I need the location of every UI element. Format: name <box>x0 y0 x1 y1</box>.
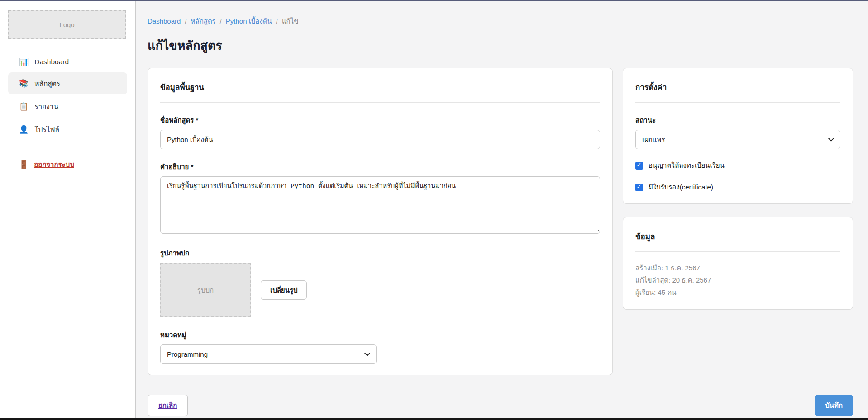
sidebar-divider <box>8 147 127 147</box>
door-icon: 🚪 <box>19 161 29 169</box>
description-textarea[interactable]: เรียนรู้พื้นฐานการเขียนโปรแกรมด้วยภาษา P… <box>160 176 600 234</box>
breadcrumb-link-dashboard[interactable]: Dashboard <box>148 17 181 25</box>
window-top-accent-bar <box>0 0 868 1</box>
sidebar-nav: 📊 Dashboard 📚 หลักสูตร 📋 รายงาน 👤 โปรไฟล… <box>0 52 135 141</box>
right-column: การตั้งค่า สถานะ เผยแพร่ อนุญาตให้ลงทะเบ… <box>623 68 853 310</box>
info-created: สร้างเมื่อ: 1 ธ.ค. 2567 <box>635 262 840 274</box>
enrollment-checkbox-row[interactable]: อนุญาตให้ลงทะเบียนเรียน <box>635 160 840 171</box>
cover-image-label: รูปภาพปก <box>160 248 600 259</box>
sidebar-item-label: รายงาน <box>34 101 58 112</box>
settings-card-title: การตั้งค่า <box>635 79 840 93</box>
logo-placeholder: Logo <box>8 10 126 39</box>
info-card-title: ข้อมูล <box>635 228 840 242</box>
basic-info-card-title: ข้อมูลพื้นฐาน <box>160 79 600 93</box>
sidebar-item-profile[interactable]: 👤 โปรไฟล์ <box>8 118 127 141</box>
clipboard-icon: 📋 <box>19 103 29 110</box>
sidebar-item-label: Dashboard <box>34 58 69 66</box>
logout-label: ออกจากระบบ <box>34 159 74 170</box>
category-label: หมวดหมู่ <box>160 330 600 340</box>
books-icon: 📚 <box>19 80 29 87</box>
info-learners: ผู้เรียน: 45 คน <box>635 286 840 298</box>
status-label: สถานะ <box>635 115 840 126</box>
cover-image-placeholder: รูปปก <box>160 263 251 317</box>
info-card: ข้อมูล สร้างเมื่อ: 1 ธ.ค. 2567 แก้ไขล่าส… <box>623 217 853 310</box>
settings-card: การตั้งค่า สถานะ เผยแพร่ อนุญาตให้ลงทะเบ… <box>623 68 853 204</box>
enrollment-checkbox[interactable] <box>635 162 643 170</box>
breadcrumb-current: แก้ไข <box>282 17 299 25</box>
breadcrumb-separator: / <box>276 17 278 25</box>
change-image-button[interactable]: เปลี่ยนรูป <box>261 280 307 300</box>
card-divider <box>635 102 840 103</box>
card-divider <box>635 251 840 252</box>
category-select[interactable]: Programming <box>160 344 377 364</box>
page-title: แก้ไขหลักสูตร <box>148 36 853 55</box>
status-select[interactable]: เผยแพร่ <box>635 130 840 149</box>
certificate-checkbox-label: มีใบรับรอง(certificate) <box>649 182 713 193</box>
logo-text: Logo <box>59 21 74 28</box>
bar-chart-icon: 📊 <box>19 58 29 66</box>
enrollment-checkbox-label: อนุญาตให้ลงทะเบียนเรียน <box>649 160 725 171</box>
save-button[interactable]: บันทึก <box>815 395 853 416</box>
sidebar-item-reports[interactable]: 📋 รายงาน <box>8 95 127 118</box>
sidebar-item-courses[interactable]: 📚 หลักสูตร <box>8 72 127 94</box>
breadcrumb-link-course[interactable]: Python เบื้องต้น <box>226 17 272 25</box>
description-label: คำอธิบาย * <box>160 161 600 172</box>
card-divider <box>160 102 600 103</box>
breadcrumb-separator: / <box>185 17 186 25</box>
sidebar-item-dashboard[interactable]: 📊 Dashboard <box>8 52 127 71</box>
course-name-input[interactable] <box>160 130 600 149</box>
basic-info-card: ข้อมูลพื้นฐาน ชื่อหลักสูตร * คำอธิบาย * … <box>148 68 613 375</box>
person-icon: 👤 <box>19 126 29 133</box>
sidebar-item-label: โปรไฟล์ <box>34 124 59 135</box>
cancel-button-label: ยกเลิก <box>158 400 177 411</box>
info-last-edited: แก้ไขล่าสุด: 20 ธ.ค. 2567 <box>635 274 840 286</box>
certificate-checkbox[interactable] <box>635 184 643 191</box>
certificate-checkbox-row[interactable]: มีใบรับรอง(certificate) <box>635 182 840 193</box>
logout-link[interactable]: 🚪 ออกจากระบบ <box>8 159 127 170</box>
breadcrumb-link-courses[interactable]: หลักสูตร <box>191 17 216 25</box>
cancel-button[interactable]: ยกเลิก <box>148 395 188 416</box>
breadcrumb: Dashboard/หลักสูตร/Python เบื้องต้น/แก้ไ… <box>148 16 853 27</box>
breadcrumb-separator: / <box>220 17 222 25</box>
form-actions: ยกเลิก บันทึก <box>148 395 853 416</box>
sidebar: Logo 📊 Dashboard 📚 หลักสูตร 📋 รายงาน 👤 โ… <box>0 1 136 418</box>
main-content: Dashboard/หลักสูตร/Python เบื้องต้น/แก้ไ… <box>136 1 868 420</box>
window-bottom-edge <box>0 418 868 420</box>
course-name-label: ชื่อหลักสูตร * <box>160 115 600 126</box>
sidebar-item-label: หลักสูตร <box>34 78 60 89</box>
cover-placeholder-text: รูปปก <box>197 285 214 296</box>
